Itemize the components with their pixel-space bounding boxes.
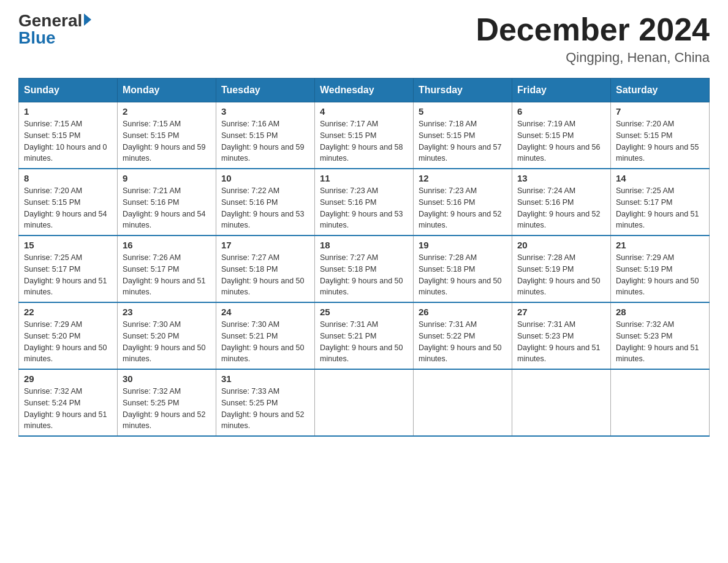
days-header-row: SundayMondayTuesdayWednesdayThursdayFrid… — [19, 79, 710, 102]
day-number: 3 — [221, 106, 309, 117]
week-row-4: 22 Sunrise: 7:29 AMSunset: 5:20 PMDaylig… — [19, 302, 710, 369]
day-number: 11 — [320, 173, 408, 183]
day-info: Sunrise: 7:33 AMSunset: 5:25 PMDaylight:… — [221, 387, 305, 430]
day-info: Sunrise: 7:28 AMSunset: 5:18 PMDaylight:… — [419, 253, 502, 296]
day-info: Sunrise: 7:31 AMSunset: 5:23 PMDaylight:… — [517, 320, 601, 363]
day-info: Sunrise: 7:15 AMSunset: 5:15 PMDaylight:… — [123, 120, 206, 163]
logo-blue: Blue — [18, 29, 56, 47]
day-number: 24 — [221, 307, 309, 317]
day-info: Sunrise: 7:20 AMSunset: 5:15 PMDaylight:… — [616, 120, 699, 163]
calendar-cell: 31 Sunrise: 7:33 AMSunset: 5:25 PMDaylig… — [216, 369, 315, 436]
day-number: 13 — [517, 173, 605, 183]
calendar-cell: 8 Sunrise: 7:20 AMSunset: 5:15 PMDayligh… — [19, 169, 118, 236]
day-number: 22 — [24, 307, 112, 317]
calendar-cell: 12 Sunrise: 7:23 AMSunset: 5:16 PMDaylig… — [414, 169, 512, 236]
header-friday: Friday — [512, 79, 611, 102]
calendar-cell: 15 Sunrise: 7:25 AMSunset: 5:17 PMDaylig… — [19, 236, 118, 302]
day-number: 30 — [123, 373, 211, 384]
day-info: Sunrise: 7:23 AMSunset: 5:16 PMDaylight:… — [320, 186, 403, 229]
day-number: 2 — [123, 106, 211, 117]
day-info: Sunrise: 7:20 AMSunset: 5:15 PMDaylight:… — [24, 186, 107, 229]
calendar-cell: 23 Sunrise: 7:30 AMSunset: 5:20 PMDaylig… — [118, 302, 216, 369]
day-number: 23 — [123, 307, 211, 317]
day-info: Sunrise: 7:31 AMSunset: 5:22 PMDaylight:… — [419, 320, 502, 363]
day-number: 29 — [24, 373, 112, 384]
day-number: 9 — [123, 173, 211, 183]
day-info: Sunrise: 7:32 AMSunset: 5:23 PMDaylight:… — [616, 320, 699, 363]
day-number: 28 — [616, 307, 704, 317]
day-info: Sunrise: 7:31 AMSunset: 5:21 PMDaylight:… — [320, 320, 403, 363]
calendar-cell: 19 Sunrise: 7:28 AMSunset: 5:18 PMDaylig… — [414, 236, 512, 302]
week-row-1: 1 Sunrise: 7:15 AMSunset: 5:15 PMDayligh… — [19, 102, 710, 169]
day-number: 15 — [24, 240, 112, 250]
day-info: Sunrise: 7:29 AMSunset: 5:19 PMDaylight:… — [616, 253, 699, 296]
day-info: Sunrise: 7:27 AMSunset: 5:18 PMDaylight:… — [221, 253, 305, 296]
day-number: 27 — [517, 307, 605, 317]
header-tuesday: Tuesday — [216, 79, 315, 102]
week-row-2: 8 Sunrise: 7:20 AMSunset: 5:15 PMDayligh… — [19, 169, 710, 236]
day-number: 20 — [517, 240, 605, 250]
calendar-cell: 14 Sunrise: 7:25 AMSunset: 5:17 PMDaylig… — [611, 169, 710, 236]
day-number: 14 — [616, 173, 704, 183]
day-info: Sunrise: 7:16 AMSunset: 5:15 PMDaylight:… — [221, 120, 305, 163]
day-info: Sunrise: 7:32 AMSunset: 5:25 PMDaylight:… — [123, 387, 206, 430]
day-number: 7 — [616, 106, 704, 117]
logo-general: General — [18, 12, 82, 29]
day-info: Sunrise: 7:17 AMSunset: 5:15 PMDaylight:… — [320, 120, 403, 163]
day-number: 21 — [616, 240, 704, 250]
day-info: Sunrise: 7:24 AMSunset: 5:16 PMDaylight:… — [517, 186, 601, 229]
day-info: Sunrise: 7:22 AMSunset: 5:16 PMDaylight:… — [221, 186, 305, 229]
calendar-cell: 5 Sunrise: 7:18 AMSunset: 5:15 PMDayligh… — [414, 102, 512, 169]
calendar-cell: 9 Sunrise: 7:21 AMSunset: 5:16 PMDayligh… — [118, 169, 216, 236]
calendar-cell: 22 Sunrise: 7:29 AMSunset: 5:20 PMDaylig… — [19, 302, 118, 369]
day-info: Sunrise: 7:23 AMSunset: 5:16 PMDaylight:… — [419, 186, 502, 229]
title-block: December 2024 Qingping, Henan, China — [476, 12, 710, 66]
calendar-cell: 11 Sunrise: 7:23 AMSunset: 5:16 PMDaylig… — [315, 169, 414, 236]
calendar-cell: 10 Sunrise: 7:22 AMSunset: 5:16 PMDaylig… — [216, 169, 315, 236]
day-info: Sunrise: 7:30 AMSunset: 5:20 PMDaylight:… — [123, 320, 206, 363]
location-subtitle: Qingping, Henan, China — [476, 50, 710, 66]
calendar-cell — [414, 369, 512, 436]
day-info: Sunrise: 7:15 AMSunset: 5:15 PMDaylight:… — [24, 120, 107, 163]
day-number: 18 — [320, 240, 408, 250]
calendar-cell: 3 Sunrise: 7:16 AMSunset: 5:15 PMDayligh… — [216, 102, 315, 169]
calendar-cell: 13 Sunrise: 7:24 AMSunset: 5:16 PMDaylig… — [512, 169, 611, 236]
page-header: General Blue December 2024 Qingping, Hen… — [18, 12, 710, 66]
day-number: 16 — [123, 240, 211, 250]
day-number: 31 — [221, 373, 309, 384]
day-info: Sunrise: 7:26 AMSunset: 5:17 PMDaylight:… — [123, 253, 206, 296]
calendar-cell: 18 Sunrise: 7:27 AMSunset: 5:18 PMDaylig… — [315, 236, 414, 302]
day-number: 19 — [419, 240, 507, 250]
header-monday: Monday — [118, 79, 216, 102]
day-number: 12 — [419, 173, 507, 183]
day-number: 4 — [320, 106, 408, 117]
calendar-cell: 24 Sunrise: 7:30 AMSunset: 5:21 PMDaylig… — [216, 302, 315, 369]
header-sunday: Sunday — [19, 79, 118, 102]
header-wednesday: Wednesday — [315, 79, 414, 102]
logo-arrow-icon — [84, 13, 91, 26]
calendar-cell: 1 Sunrise: 7:15 AMSunset: 5:15 PMDayligh… — [19, 102, 118, 169]
calendar-cell: 4 Sunrise: 7:17 AMSunset: 5:15 PMDayligh… — [315, 102, 414, 169]
day-number: 25 — [320, 307, 408, 317]
day-number: 6 — [517, 106, 605, 117]
day-info: Sunrise: 7:18 AMSunset: 5:15 PMDaylight:… — [419, 120, 502, 163]
day-info: Sunrise: 7:25 AMSunset: 5:17 PMDaylight:… — [24, 253, 107, 296]
header-saturday: Saturday — [611, 79, 710, 102]
calendar-cell: 16 Sunrise: 7:26 AMSunset: 5:17 PMDaylig… — [118, 236, 216, 302]
calendar-cell — [512, 369, 611, 436]
day-number: 26 — [419, 307, 507, 317]
day-info: Sunrise: 7:28 AMSunset: 5:19 PMDaylight:… — [517, 253, 601, 296]
calendar-cell: 6 Sunrise: 7:19 AMSunset: 5:15 PMDayligh… — [512, 102, 611, 169]
month-year-title: December 2024 — [476, 12, 710, 47]
day-number: 17 — [221, 240, 309, 250]
day-info: Sunrise: 7:29 AMSunset: 5:20 PMDaylight:… — [24, 320, 107, 363]
header-thursday: Thursday — [414, 79, 512, 102]
calendar-cell: 26 Sunrise: 7:31 AMSunset: 5:22 PMDaylig… — [414, 302, 512, 369]
calendar-cell: 20 Sunrise: 7:28 AMSunset: 5:19 PMDaylig… — [512, 236, 611, 302]
calendar-cell: 7 Sunrise: 7:20 AMSunset: 5:15 PMDayligh… — [611, 102, 710, 169]
calendar-cell: 30 Sunrise: 7:32 AMSunset: 5:25 PMDaylig… — [118, 369, 216, 436]
calendar-cell — [315, 369, 414, 436]
calendar-cell: 29 Sunrise: 7:32 AMSunset: 5:24 PMDaylig… — [19, 369, 118, 436]
calendar-table: SundayMondayTuesdayWednesdayThursdayFrid… — [18, 78, 710, 437]
week-row-5: 29 Sunrise: 7:32 AMSunset: 5:24 PMDaylig… — [19, 369, 710, 436]
